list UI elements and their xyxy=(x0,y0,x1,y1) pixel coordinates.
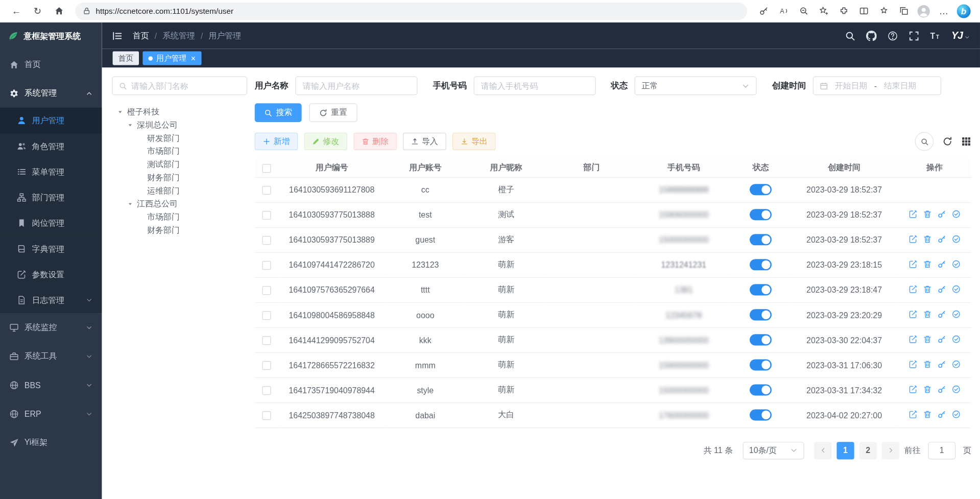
assign-role-icon[interactable] xyxy=(952,259,961,268)
reset-password-icon[interactable] xyxy=(938,284,946,293)
status-toggle[interactable] xyxy=(750,184,772,195)
reset-password-icon[interactable] xyxy=(938,385,946,393)
status-toggle[interactable] xyxy=(750,209,772,220)
font-size-icon[interactable]: TT xyxy=(930,30,941,41)
tab-home[interactable]: 首页 xyxy=(113,51,139,65)
edit-button[interactable]: 修改 xyxy=(304,133,348,150)
status-select[interactable]: 正常 xyxy=(635,76,757,95)
github-icon[interactable] xyxy=(866,30,877,41)
help-icon[interactable] xyxy=(888,30,898,41)
status-toggle[interactable] xyxy=(750,359,772,370)
sidebar-item-param[interactable]: 参数设置 xyxy=(0,262,102,287)
delete-action-icon[interactable] xyxy=(923,310,931,318)
edit-action-icon[interactable] xyxy=(909,385,917,393)
search-button[interactable]: 搜索 xyxy=(255,103,302,122)
tree-node[interactable]: 测试部门 xyxy=(112,158,247,171)
add-button[interactable]: 新增 xyxy=(255,133,298,150)
row-checkbox[interactable] xyxy=(262,361,271,370)
header-search-icon[interactable] xyxy=(845,30,856,41)
status-toggle[interactable] xyxy=(750,409,772,420)
row-checkbox[interactable] xyxy=(262,261,271,270)
row-checkbox[interactable] xyxy=(262,211,271,220)
read-aloud-icon[interactable]: A xyxy=(774,2,794,19)
goto-page-input[interactable] xyxy=(928,442,955,459)
row-checkbox[interactable] xyxy=(262,236,271,245)
tree-node[interactable]: 研发部门 xyxy=(112,131,247,145)
reset-password-icon[interactable] xyxy=(938,410,946,418)
page-button-1[interactable]: 1 xyxy=(836,442,854,459)
tab-user[interactable]: 用户管理× xyxy=(142,51,201,65)
department-search-input[interactable] xyxy=(131,81,240,90)
reset-password-icon[interactable] xyxy=(938,360,946,368)
caret-down-icon[interactable] xyxy=(127,122,133,128)
delete-action-icon[interactable] xyxy=(923,385,931,393)
delete-action-icon[interactable] xyxy=(923,360,931,368)
zoom-icon[interactable] xyxy=(794,2,814,19)
reset-password-icon[interactable] xyxy=(938,310,946,318)
favorites-bar-icon[interactable] xyxy=(874,2,894,19)
bing-icon[interactable]: b xyxy=(954,2,974,19)
sidebar-item-log[interactable]: 日志管理 xyxy=(0,287,102,313)
assign-role-icon[interactable] xyxy=(952,385,961,393)
phone-input[interactable] xyxy=(473,76,595,95)
sidebar-item-system[interactable]: 系统管理 xyxy=(0,79,102,107)
edit-action-icon[interactable] xyxy=(909,284,917,293)
back-icon[interactable]: ← xyxy=(6,2,26,19)
status-toggle[interactable] xyxy=(750,259,772,270)
assign-role-icon[interactable] xyxy=(952,284,961,293)
status-toggle[interactable] xyxy=(750,384,772,395)
user-avatar[interactable]: YJ xyxy=(951,30,970,41)
sidebar-item-role[interactable]: 角色管理 xyxy=(0,133,102,159)
prev-page-button[interactable] xyxy=(814,442,831,459)
next-page-button[interactable] xyxy=(882,442,899,459)
edit-action-icon[interactable] xyxy=(909,209,917,218)
delete-action-icon[interactable] xyxy=(923,410,931,418)
edit-action-icon[interactable] xyxy=(909,310,917,318)
browser-more-icon[interactable]: … xyxy=(934,2,953,19)
status-toggle[interactable] xyxy=(750,334,772,345)
add-favorite-icon[interactable] xyxy=(814,2,833,19)
sidebar-item-erp[interactable]: ERP xyxy=(0,399,102,428)
delete-action-icon[interactable] xyxy=(923,284,931,293)
assign-role-icon[interactable] xyxy=(952,335,961,343)
caret-down-icon[interactable] xyxy=(127,201,133,207)
tree-node[interactable]: 财务部门 xyxy=(112,223,247,236)
edit-action-icon[interactable] xyxy=(909,234,917,243)
reset-password-icon[interactable] xyxy=(938,335,946,343)
tree-node[interactable]: 运维部门 xyxy=(112,184,247,197)
page-size-select[interactable]: 10条/页 xyxy=(743,442,804,459)
tree-node[interactable]: 深圳总公司 xyxy=(112,118,247,132)
reset-button[interactable]: 重置 xyxy=(309,103,357,122)
close-tab-icon[interactable]: × xyxy=(191,54,196,62)
assign-role-icon[interactable] xyxy=(952,234,961,243)
tree-node[interactable]: 橙子科技 xyxy=(112,105,247,118)
tree-node[interactable]: 江西总公司 xyxy=(112,197,247,210)
browser-home-icon[interactable] xyxy=(49,2,69,19)
edit-action-icon[interactable] xyxy=(909,410,917,418)
sidebar-item-post[interactable]: 岗位管理 xyxy=(0,210,102,236)
assign-role-icon[interactable] xyxy=(952,410,961,418)
refresh-table-icon[interactable] xyxy=(942,136,952,147)
delete-action-icon[interactable] xyxy=(923,335,931,343)
breadcrumb-item[interactable]: 系统管理 xyxy=(162,30,195,41)
row-checkbox[interactable] xyxy=(262,311,271,320)
sidebar-item-bbs[interactable]: BBS xyxy=(0,370,102,399)
username-input[interactable] xyxy=(295,76,417,95)
sidebar-item-dept[interactable]: 部门管理 xyxy=(0,184,102,210)
split-screen-icon[interactable] xyxy=(853,2,873,19)
toggle-search-icon[interactable] xyxy=(915,132,934,151)
status-toggle[interactable] xyxy=(750,234,772,245)
row-checkbox[interactable] xyxy=(262,336,271,345)
select-all-checkbox[interactable] xyxy=(262,163,271,172)
reset-password-icon[interactable] xyxy=(938,209,946,218)
edit-action-icon[interactable] xyxy=(909,360,917,368)
status-toggle[interactable] xyxy=(750,309,772,320)
delete-button[interactable]: 删除 xyxy=(353,133,397,150)
status-toggle[interactable] xyxy=(750,284,772,295)
row-checkbox[interactable] xyxy=(262,411,271,420)
caret-down-icon[interactable] xyxy=(117,109,123,115)
row-checkbox[interactable] xyxy=(262,286,271,295)
edit-action-icon[interactable] xyxy=(909,335,917,343)
export-button[interactable]: 导出 xyxy=(452,133,496,150)
address-bar[interactable]: https://ccnetcore.com:1101/system/user xyxy=(75,2,747,19)
